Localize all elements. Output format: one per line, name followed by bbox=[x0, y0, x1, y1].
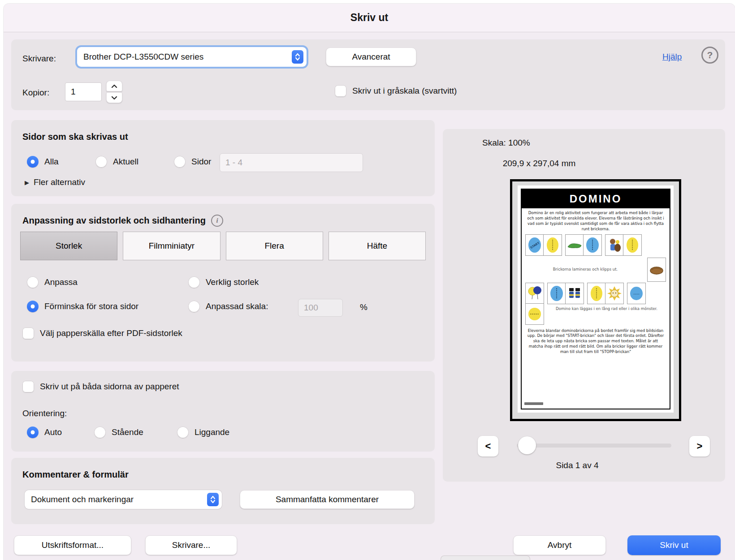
orientation-auto-radio[interactable] bbox=[27, 426, 39, 438]
bun-tile-icon bbox=[648, 258, 666, 281]
print-dialog: Skriv ut Skrivare: Brother DCP-L3550CDW … bbox=[4, 4, 735, 560]
page-slider-track[interactable] bbox=[517, 444, 671, 448]
crown-cake-tile-icon bbox=[605, 283, 623, 304]
word-tile-icon bbox=[588, 283, 605, 304]
chevron-up-icon bbox=[111, 84, 118, 89]
sizing-section-title: Anpassning av sidstorlek och sidhanterin… bbox=[22, 215, 206, 226]
grayscale-label: Skriv ut i gråskala (svartvitt) bbox=[352, 86, 457, 96]
shrink-oversized-radio[interactable] bbox=[27, 301, 39, 312]
tile-row-2: ~~~~ Domino kan läggas i en lång rad ell… bbox=[522, 282, 670, 325]
word-tile-icon bbox=[548, 283, 566, 304]
shrink-oversized-label: Förminska för stora sidor bbox=[44, 302, 138, 311]
dala-figure-tile-icon bbox=[605, 235, 623, 255]
tab-filmminiatyr[interactable]: Filmminiatyr bbox=[123, 232, 220, 260]
orientation-auto-label: Auto bbox=[44, 427, 62, 437]
comments-select-value: Dokument och markeringar bbox=[31, 495, 134, 504]
printer-label: Skrivare: bbox=[22, 54, 56, 64]
pages-range-radio[interactable] bbox=[174, 156, 186, 168]
copies-input[interactable] bbox=[65, 82, 102, 101]
comments-groupbox: Kommentarer & formulär Dokument och mark… bbox=[11, 458, 435, 524]
tab-storlek[interactable]: Storlek bbox=[20, 232, 117, 260]
svg-text:~~~~: ~~~~ bbox=[633, 293, 640, 295]
dialog-title: Skriv ut bbox=[350, 12, 388, 24]
worksheet-logo bbox=[524, 402, 543, 405]
balloons-tile-icon bbox=[526, 283, 544, 304]
select-updown-icon bbox=[207, 493, 219, 506]
comments-select[interactable]: Dokument och markeringar bbox=[25, 490, 222, 509]
fit-radio[interactable] bbox=[27, 276, 39, 288]
dialog-titlebar: Skriv ut bbox=[4, 4, 735, 32]
orientation-landscape-radio[interactable] bbox=[177, 426, 189, 438]
copies-stepper bbox=[106, 81, 122, 103]
advanced-button[interactable]: Avancerat bbox=[326, 47, 416, 66]
duplex-groupbox: Skriv ut på båda sidorna av papperet Ori… bbox=[11, 371, 435, 452]
printer-settings-button[interactable]: Skrivare... bbox=[145, 535, 237, 555]
pages-all-label: Alla bbox=[44, 157, 59, 167]
thumbnail-page: DOMINO Domino är en rolig aktivitet som … bbox=[518, 185, 674, 413]
disclosure-triangle-icon: ▶ bbox=[25, 179, 29, 186]
background-sheet-edge bbox=[441, 556, 530, 560]
printer-select-value: Brother DCP-L3550CDW series bbox=[83, 52, 203, 62]
actual-size-radio[interactable] bbox=[188, 276, 200, 288]
start-tile-icon: START bbox=[526, 235, 544, 255]
pages-section-title: Sidor som ska skrivas ut bbox=[22, 132, 128, 142]
preview-scale-label: Skala: 100% bbox=[482, 138, 530, 148]
custom-scale-input[interactable] bbox=[298, 299, 343, 317]
worksheet-caption2: Domino kan läggas i en lång rad eller i … bbox=[547, 304, 666, 312]
caption-row: Brickorna lamineras och klipps ut. bbox=[522, 256, 670, 282]
worksheet-title: DOMINO bbox=[522, 190, 670, 208]
page-setup-button[interactable]: Utskriftsformat... bbox=[14, 535, 131, 555]
fit-label: Anpassa bbox=[44, 277, 78, 287]
custom-scale-label: Anpassad skala: bbox=[206, 302, 268, 311]
next-page-button[interactable]: > bbox=[689, 436, 710, 457]
previous-page-button[interactable]: < bbox=[478, 436, 498, 457]
preview-panel: Skala: 100% 209,9 x 297,04 mm DOMINO Dom… bbox=[443, 129, 725, 482]
more-options-disclosure[interactable]: ▶ Fler alternativ bbox=[25, 177, 85, 187]
printer-select[interactable]: Brother DCP-L3550CDW series bbox=[77, 47, 307, 67]
chevron-down-icon bbox=[111, 95, 118, 100]
pages-current-radio[interactable] bbox=[95, 156, 107, 168]
copies-label: Kopior: bbox=[22, 88, 49, 98]
more-options-label: Fler alternativ bbox=[34, 177, 85, 187]
actual-size-label: Verklig storlek bbox=[206, 277, 259, 287]
orientation-portrait-radio[interactable] bbox=[94, 426, 106, 438]
pages-groupbox: Sidor som ska skrivas ut Alla Aktuell Si… bbox=[11, 120, 435, 196]
page-thumbnail: DOMINO Domino är en rolig aktivitet som … bbox=[510, 179, 681, 421]
paper-source-checkbox[interactable] bbox=[22, 327, 34, 339]
pages-current-label: Aktuell bbox=[113, 157, 138, 167]
page-slider-thumb[interactable] bbox=[518, 436, 536, 454]
grayscale-checkbox[interactable] bbox=[335, 85, 346, 97]
page-range-input[interactable] bbox=[220, 153, 363, 172]
worksheet-para2: Eleverna blandar dominobrickorna på bord… bbox=[522, 325, 670, 355]
copies-stepper-up[interactable] bbox=[106, 81, 122, 91]
tab-hafte[interactable]: Häfte bbox=[329, 232, 426, 260]
pages-all-radio[interactable] bbox=[27, 156, 39, 168]
sizing-groupbox: Anpassning av sidstorlek och sidhanterin… bbox=[11, 204, 435, 362]
tile-row-1: START bbox=[522, 233, 670, 256]
orientation-portrait-label: Stående bbox=[112, 427, 143, 437]
select-updown-icon bbox=[292, 50, 303, 64]
help-icon[interactable]: ? bbox=[701, 47, 718, 64]
worksheet-para1: Domino är en rolig aktivitet som fungera… bbox=[522, 208, 670, 233]
worksheet-caption1: Brickorna lamineras och klipps ut. bbox=[525, 267, 645, 272]
printer-groupbox: Skrivare: Brother DCP-L3550CDW series Av… bbox=[11, 39, 725, 110]
word-tile-icon bbox=[544, 235, 562, 255]
cancel-button[interactable]: Avbryt bbox=[513, 535, 606, 555]
both-sides-checkbox[interactable] bbox=[22, 381, 34, 392]
help-link[interactable]: Hjälp bbox=[662, 52, 682, 62]
custom-scale-radio[interactable] bbox=[188, 301, 200, 312]
info-icon[interactable]: i bbox=[211, 215, 223, 227]
orientation-label: Orientering: bbox=[22, 409, 67, 418]
summarize-comments-button[interactable]: Sammanfatta kommentarer bbox=[240, 490, 415, 509]
word-tile-icon bbox=[584, 235, 601, 255]
paper-source-label: Välj papperskälla efter PDF-sidstorlek bbox=[40, 328, 182, 338]
comments-section-title: Kommentarer & formulär bbox=[22, 470, 129, 480]
both-sides-label: Skriv ut på båda sidorna av papperet bbox=[40, 382, 179, 392]
tab-flera[interactable]: Flera bbox=[226, 232, 323, 260]
orientation-landscape-label: Liggande bbox=[195, 427, 229, 437]
print-button[interactable]: Skriv ut bbox=[627, 535, 721, 555]
copies-stepper-down[interactable] bbox=[106, 92, 122, 103]
word-tile-icon bbox=[526, 304, 544, 324]
folk-costume-tile-icon bbox=[566, 283, 584, 304]
preview-size-label: 209,9 x 297,04 mm bbox=[485, 159, 593, 168]
